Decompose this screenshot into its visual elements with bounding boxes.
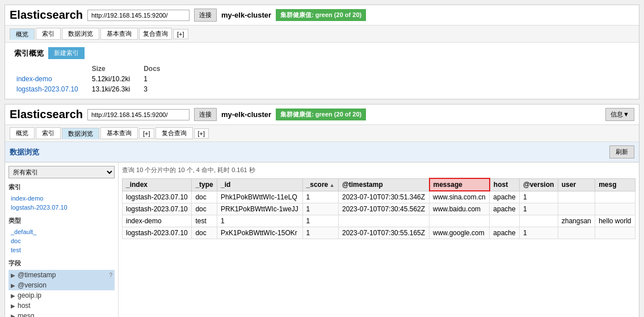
index-table: Size Docs index-demo 5.12ki/10.2ki 1 log… <box>14 64 171 94</box>
col-id-header: _id <box>217 178 303 191</box>
tab-basic-query[interactable]: 基本查询 <box>100 28 138 40</box>
cell-user <box>558 227 595 239</box>
tab-compound-query[interactable]: 复合查询 <box>139 28 172 40</box>
cell-mesg: hello world <box>595 215 635 227</box>
tab-data-browser[interactable]: 数据浏览 <box>62 28 99 40</box>
cell-score: 1 <box>302 227 338 239</box>
cell-timestamp: 2023-07-10T07:30:55.165Z <box>339 227 430 239</box>
refresh-button[interactable]: 刷新 <box>609 145 634 158</box>
cell-version: 1 <box>519 227 558 239</box>
arrow-icon: ▶ <box>11 313 15 318</box>
col-user-header: user <box>558 178 595 191</box>
bottom-tab-plus-compound[interactable]: [+] <box>194 128 209 139</box>
bottom-tab-plus-basic[interactable]: [+] <box>139 128 154 139</box>
cell-score: 1 <box>302 191 338 203</box>
bottom-tab-compound-query[interactable]: 复合查询 <box>155 127 193 139</box>
field-timestamp[interactable]: ▶ @timestamp ? <box>9 270 115 280</box>
field-host-label: host <box>18 302 31 310</box>
col-size: Size <box>90 64 141 74</box>
arrow-icon: ▶ <box>11 272 15 278</box>
bottom-health-badge: 集群健康值: green (20 of 20) <box>276 109 366 120</box>
tab-plus[interactable]: [+] <box>173 29 188 39</box>
col-index-header: _index <box>123 178 192 191</box>
cell-type: doc <box>192 203 217 215</box>
cell-mesg <box>595 227 635 239</box>
table-row: logstash-2023.07.10 doc PRK1PokBWttWIc-1… <box>123 203 635 215</box>
sidebar-logstash[interactable]: logstash-2023.07.10 <box>9 203 115 212</box>
cell-host: apache <box>490 203 520 215</box>
connect-button[interactable]: 连接 <box>194 9 217 22</box>
data-table: _index _type _id _score @timestamp messa… <box>122 178 635 239</box>
arrow-icon: ▶ <box>11 303 15 309</box>
sidebar-index-label: 索引 <box>9 183 115 191</box>
field-host[interactable]: ▶ host <box>9 301 115 311</box>
sidebar-type-test[interactable]: test <box>9 245 115 255</box>
field-version[interactable]: ▶ @version <box>9 280 115 290</box>
cell-type: doc <box>192 191 217 203</box>
tab-index[interactable]: 索引 <box>36 28 61 40</box>
col-score-header[interactable]: _score <box>302 178 338 191</box>
cell-version <box>519 215 558 227</box>
cell-index: logstash-2023.07.10 <box>123 191 192 203</box>
cell-id: PRK1PokBWttWIc-1weJJ <box>217 203 303 215</box>
col-mesg-header: mesg <box>595 178 635 191</box>
bottom-top-bar: Elasticsearch 连接 my-elk-cluster 集群健康值: g… <box>5 105 639 125</box>
cell-mesg <box>595 203 635 215</box>
query-info: 查询 10 个分片中的 10 个, 4 命中, 耗时 0.161 秒 <box>122 166 635 174</box>
col-docs: Docs <box>141 64 171 74</box>
cell-user: zhangsan <box>558 215 595 227</box>
field-mesg[interactable]: ▶ mesg <box>9 311 115 317</box>
cell-host: apache <box>490 227 520 239</box>
index-name-cell[interactable]: index-demo <box>14 74 90 84</box>
cluster-name: my-elk-cluster <box>221 11 271 19</box>
field-mesg-label: mesg <box>18 312 34 317</box>
top-panel: Elasticsearch 连接 my-elk-cluster 集群健康值: g… <box>5 5 639 99</box>
cell-mesg <box>595 191 635 203</box>
app-title: Elasticsearch <box>10 9 83 22</box>
bottom-nav-tabs: 概览 索引 数据浏览 基本查询 [+] 复合查询 [+] <box>5 125 639 142</box>
docs-cell: 3 <box>141 84 171 94</box>
bottom-tab-basic-query[interactable]: 基本查询 <box>100 127 138 139</box>
main-content: 查询 10 个分片中的 10 个, 4 命中, 耗时 0.161 秒 _inde… <box>119 162 639 317</box>
col-message-header: message <box>430 178 490 191</box>
sidebar-type-section: 类型 _default_ doc test <box>9 216 115 255</box>
cell-type: doc <box>192 227 217 239</box>
cell-index: logstash-2023.07.10 <box>123 227 192 239</box>
col-host-header: host <box>490 178 520 191</box>
docs-cell: 1 <box>141 74 171 84</box>
cell-score: 1 <box>302 215 338 227</box>
bottom-cluster-name: my-elk-cluster <box>221 110 271 119</box>
browser-layout: 所有索引 索引 index-demo logstash-2023.07.10 类… <box>5 162 639 317</box>
section-title: 数据浏览 <box>10 147 39 157</box>
index-overview: 索引概览 新建索引 Size Docs index-demo 5.12ki/10… <box>5 43 639 99</box>
col-name <box>14 64 90 74</box>
cell-index: index-demo <box>123 215 192 227</box>
table-row: index-demo test 1 1 zhangsan hello world <box>123 215 635 227</box>
field-timestamp-badge: ? <box>109 272 112 278</box>
cell-score: 1 <box>302 203 338 215</box>
bottom-connect-button[interactable]: 连接 <box>194 108 217 121</box>
arrow-icon: ▶ <box>11 293 15 299</box>
table-row: logstash-2023.07.10 doc PxK1PokBWttWIc-1… <box>123 227 635 239</box>
bottom-tab-overview[interactable]: 概览 <box>10 127 35 139</box>
tab-overview[interactable]: 概览 <box>10 28 35 40</box>
index-select[interactable]: 所有索引 <box>9 166 115 178</box>
field-timestamp-label: @timestamp <box>18 271 56 279</box>
sidebar-type-doc[interactable]: doc <box>9 236 115 245</box>
cell-message <box>430 215 490 227</box>
table-row: logstash-2023.07.10 13.1ki/26.3ki 3 <box>14 84 171 94</box>
info-button[interactable]: 信息▼ <box>605 108 634 121</box>
index-name-cell[interactable]: logstash-2023.07.10 <box>14 84 90 94</box>
sidebar-index-demo[interactable]: index-demo <box>9 194 115 203</box>
new-index-button[interactable]: 新建索引 <box>48 47 85 59</box>
cell-timestamp: 2023-07-10T07:30:45.562Z <box>339 203 430 215</box>
top-bar: Elasticsearch 连接 my-elk-cluster 集群健康值: g… <box>5 5 639 26</box>
bottom-tab-index[interactable]: 索引 <box>36 127 61 139</box>
col-timestamp-header: @timestamp <box>339 178 430 191</box>
field-geoip[interactable]: ▶ geoip.ip <box>9 290 115 301</box>
bottom-tab-data-browser[interactable]: 数据浏览 <box>62 128 99 139</box>
bottom-url-input[interactable] <box>87 109 190 120</box>
url-input[interactable] <box>87 10 190 21</box>
cell-version: 1 <box>519 191 558 203</box>
sidebar-type-default[interactable]: _default_ <box>9 227 115 236</box>
